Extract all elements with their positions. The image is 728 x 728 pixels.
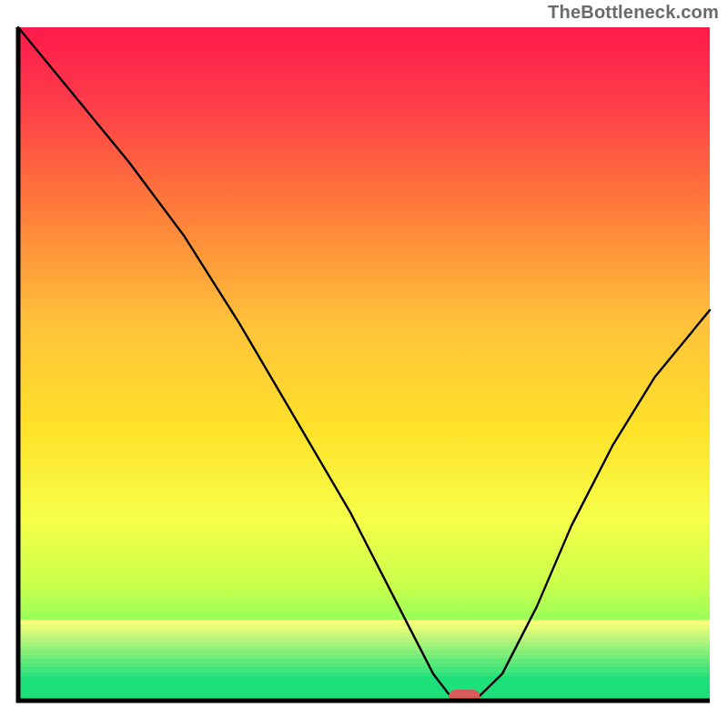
stripe-band bbox=[18, 629, 710, 633]
bottleneck-chart bbox=[0, 0, 728, 728]
stripe-band bbox=[18, 642, 710, 646]
stripe-band bbox=[18, 663, 710, 668]
stripe-band bbox=[18, 646, 710, 651]
stripe-band bbox=[18, 632, 710, 637]
gradient-background bbox=[18, 27, 710, 620]
stripe-band bbox=[18, 676, 710, 681]
stripe-band bbox=[18, 620, 710, 624]
green-baseline-band bbox=[18, 681, 710, 701]
watermark-text: TheBottleneck.com bbox=[548, 2, 719, 23]
stripe-band bbox=[18, 672, 710, 676]
stripe-band bbox=[18, 651, 710, 655]
stripe-band bbox=[18, 624, 710, 629]
stripe-band bbox=[18, 668, 710, 672]
stripe-band bbox=[18, 637, 710, 642]
stripe-band bbox=[18, 654, 710, 659]
chart-container: TheBottleneck.com bbox=[0, 0, 728, 728]
stripe-band bbox=[18, 659, 710, 663]
